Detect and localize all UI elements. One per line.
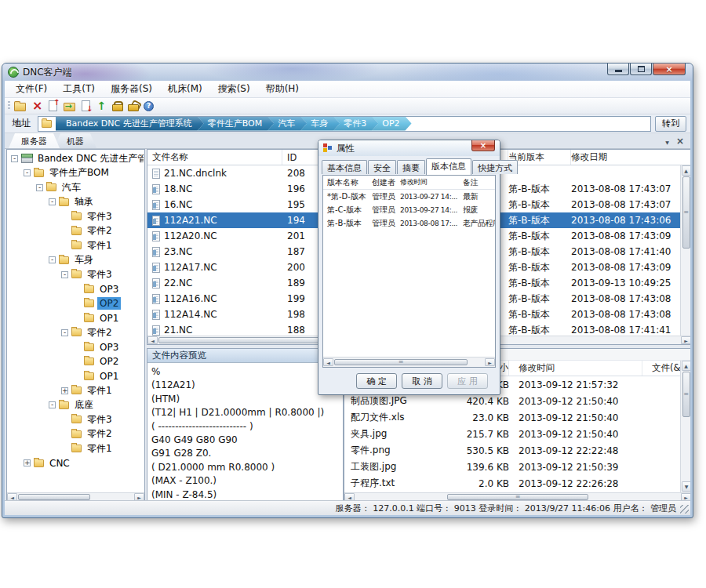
scroll-right-icon[interactable] xyxy=(681,336,690,344)
tree-item[interactable]: 零件2 xyxy=(8,325,144,340)
dialog-tab[interactable]: 快捷方式 xyxy=(472,160,518,174)
tree-item[interactable]: 轴承 xyxy=(8,195,144,210)
pane-tab[interactable]: 机器 xyxy=(54,133,96,148)
dialog-close-button[interactable] xyxy=(471,140,495,151)
column-header-name[interactable]: 文件名称 xyxy=(147,150,282,165)
tree-item[interactable]: 零件2 xyxy=(8,224,144,239)
dialog-tab[interactable]: 基本信息 xyxy=(322,160,367,174)
ok-button[interactable]: 确 定 xyxy=(356,373,397,389)
attachment-row[interactable]: 制品顶图.JPG 420.4 KB 2013-09-12 21:50:40 xyxy=(344,393,690,409)
dialog-title-bar[interactable]: 属性 xyxy=(318,140,500,156)
tree-expander[interactable] xyxy=(61,329,68,336)
tree-expander[interactable] xyxy=(61,387,68,394)
tree-item[interactable]: OP3 xyxy=(8,340,144,355)
new-folder-icon[interactable] xyxy=(14,100,26,113)
lock-icon[interactable] xyxy=(112,100,122,113)
unlock-icon[interactable] xyxy=(128,100,137,113)
column-header-modified-time[interactable]: 修改时间 xyxy=(400,177,463,187)
checkin-file-icon[interactable] xyxy=(49,100,57,113)
version-row[interactable]: 第-C-版本 管理员 2013-09-27 14:... 报废 xyxy=(323,203,495,216)
tree-expander[interactable] xyxy=(24,459,31,466)
dialog-hscrollbar[interactable] xyxy=(323,357,495,367)
delete-icon[interactable] xyxy=(32,100,42,113)
version-row[interactable]: *第-D-版本 管理员 2013-09-27 14:... 最新 xyxy=(323,190,495,203)
scroll-thumb[interactable] xyxy=(334,359,468,365)
tree-item[interactable]: OP1 xyxy=(8,369,144,384)
menu-item[interactable]: 文件(F) xyxy=(8,81,55,98)
menu-item[interactable]: 工具(T) xyxy=(55,81,103,98)
tree-expander[interactable] xyxy=(49,401,56,408)
tree-expander[interactable] xyxy=(49,256,56,263)
scroll-thumb[interactable] xyxy=(682,176,690,249)
apply-button[interactable]: 应 用 xyxy=(447,373,488,389)
tree-expander[interactable] xyxy=(49,198,56,205)
tree-expander[interactable] xyxy=(36,184,43,191)
tree-item[interactable]: Bandex DNC 先进生产管理系统 xyxy=(8,151,144,166)
menu-item[interactable]: 帮助(H) xyxy=(258,81,307,98)
menu-item[interactable]: 服务器(S) xyxy=(103,81,160,98)
tree-item[interactable]: 汽车 xyxy=(8,180,144,195)
tree-item[interactable]: 零件3 xyxy=(8,412,144,427)
tree-item[interactable]: OP2 xyxy=(8,296,144,311)
column-header-creator[interactable]: 创建者 xyxy=(372,177,400,188)
scroll-thumb[interactable] xyxy=(682,372,690,417)
scroll-left-icon[interactable] xyxy=(323,358,333,366)
scroll-thumb[interactable] xyxy=(447,494,588,500)
file-list-vscrollbar[interactable] xyxy=(680,165,690,336)
attachment-vscrollbar[interactable] xyxy=(680,361,690,492)
tree-item[interactable]: OP2 xyxy=(8,354,144,369)
address-field[interactable]: Bandex DNC 先进生产管理系统零件生产BOM汽车车身零件3OP2 xyxy=(38,116,651,132)
pane-close-icon[interactable] xyxy=(676,136,684,147)
tree-expander[interactable] xyxy=(11,155,18,162)
scroll-down-icon[interactable] xyxy=(682,481,690,492)
breadcrumb-item[interactable]: 零件生产BOM xyxy=(198,117,275,131)
tree-item[interactable]: 零件1 xyxy=(8,441,144,456)
tree-expander[interactable] xyxy=(61,271,68,278)
upload-icon[interactable] xyxy=(96,100,106,113)
column-header-version-name[interactable]: 版本名称 xyxy=(323,177,372,188)
column-header-modified[interactable]: 修改时间 xyxy=(509,361,642,376)
column-header-version[interactable]: 当前版本 xyxy=(508,150,571,165)
help-icon[interactable] xyxy=(144,100,154,113)
scroll-left-icon[interactable] xyxy=(147,336,158,344)
dialog-tab[interactable]: 摘要 xyxy=(397,160,425,174)
version-row[interactable]: 第-B-版本 管理员 2013-08-08 17:... 老产品程序 xyxy=(323,216,495,230)
scroll-up-icon[interactable] xyxy=(682,165,691,176)
attachment-row[interactable]: 零件.png 530.5 KB 2013-09-12 22:22:48 xyxy=(344,442,690,459)
checkout-file-icon[interactable] xyxy=(82,100,90,113)
title-bar[interactable]: DNC客户端 xyxy=(2,64,693,81)
menu-item[interactable]: 机床(M) xyxy=(160,81,210,98)
close-button[interactable] xyxy=(653,64,686,75)
attachment-row[interactable]: 子程序.txt 2.0 KB 2013-09-12 22:26:28 xyxy=(344,475,690,492)
tree-item[interactable]: 零件3 xyxy=(8,267,144,282)
dialog-tab[interactable]: 安全 xyxy=(368,160,396,174)
tree-item[interactable]: CNC xyxy=(8,456,144,471)
tree-item[interactable]: 零件3 xyxy=(8,209,144,224)
tree-item[interactable]: 零件2 xyxy=(8,427,144,442)
scroll-up-icon[interactable] xyxy=(682,361,691,371)
cancel-button[interactable]: 取 消 xyxy=(402,373,442,389)
attachment-row[interactable]: 配刀文件.xls 23.0 KB 2013-09-12 21:50:40 xyxy=(344,409,690,426)
tree-item[interactable]: 零件1 xyxy=(8,238,144,253)
scroll-right-icon[interactable] xyxy=(485,358,495,366)
tree-item[interactable]: 底座 xyxy=(8,398,144,413)
tree-expander[interactable] xyxy=(24,169,31,176)
scroll-thumb[interactable] xyxy=(18,494,90,500)
column-header-date[interactable]: 修改日期 xyxy=(571,150,690,165)
breadcrumb-item[interactable]: 零件3 xyxy=(333,117,378,131)
go-button[interactable]: 转到 xyxy=(655,116,686,132)
menu-item[interactable]: 搜索(S) xyxy=(210,81,258,98)
pane-menu-icon[interactable] xyxy=(665,136,669,147)
dialog-tab[interactable]: 版本信息 xyxy=(426,158,471,175)
breadcrumb-item[interactable]: Bandex DNC 先进生产管理系统 xyxy=(56,117,204,131)
attachment-row[interactable]: 夹具.jpg 215.7 KB 2013-09-12 21:50:40 xyxy=(344,426,690,442)
tree-item[interactable]: OP1 xyxy=(8,311,144,326)
maximize-button[interactable] xyxy=(630,64,652,75)
tree-item[interactable]: 零件1 xyxy=(8,383,144,398)
tree-item[interactable]: OP3 xyxy=(8,282,144,297)
pane-tab[interactable]: 服务器 xyxy=(9,133,60,148)
tree-item[interactable]: 零件生产BOM xyxy=(8,166,144,181)
tree-item[interactable]: 车身 xyxy=(8,253,144,268)
attachment-row[interactable]: 工装图.jpg 139.6 KB 2013-09-12 21:50:39 xyxy=(344,459,690,475)
send-to-folder-icon[interactable] xyxy=(64,100,75,113)
